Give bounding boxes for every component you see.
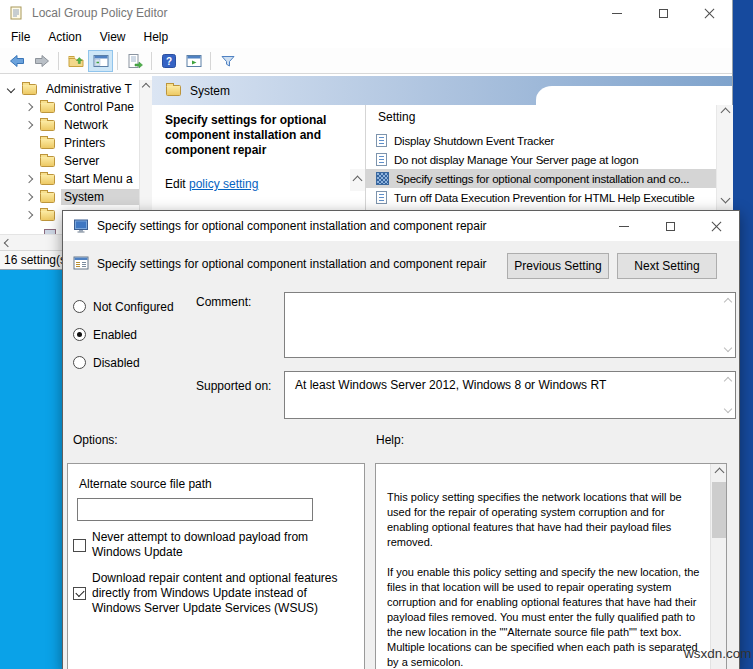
chevron-right-icon[interactable]	[25, 121, 33, 129]
forward-button[interactable]	[29, 50, 54, 72]
folder-up-icon	[68, 53, 84, 69]
folder-icon	[22, 84, 37, 95]
radio-icon	[73, 356, 86, 369]
chevron-right-icon[interactable]	[25, 193, 33, 201]
help-button[interactable]: ?	[156, 50, 181, 72]
back-button[interactable]	[4, 50, 29, 72]
never-download-payload-option[interactable]: Never attempt to download payload from W…	[73, 530, 364, 560]
folder-icon	[40, 156, 55, 167]
tree-item-control-panel[interactable]: Control Pane	[0, 98, 139, 116]
back-icon	[9, 53, 25, 69]
tree-item-administrative-templates[interactable]: Administrative T	[0, 80, 139, 98]
tree-item-printers[interactable]: Printers	[0, 134, 139, 152]
tree-item-start-menu[interactable]: Start Menu a	[0, 170, 139, 188]
menu-bar: File Action View Help	[0, 26, 732, 48]
export-list-icon	[127, 53, 143, 69]
tree-item-label: Administrative T	[43, 81, 135, 97]
close-icon	[704, 8, 715, 19]
alternate-source-path-label: Alternate source file path	[79, 477, 364, 491]
setting-label: Specify settings for optional component …	[396, 173, 689, 185]
dialog-window-controls	[601, 211, 739, 241]
dialog-minimize-button[interactable]	[601, 211, 647, 241]
scroll-down-icon	[721, 194, 731, 204]
options-label: Options:	[73, 433, 118, 447]
maximize-icon	[659, 9, 668, 18]
help-text: This policy setting specifies the networ…	[387, 490, 703, 669]
menu-view[interactable]: View	[91, 28, 135, 46]
settings-rows: Display Shutdown Event Tracker Do not di…	[366, 131, 716, 207]
setting-row[interactable]: Do not display Manage Your Server page a…	[366, 150, 716, 169]
forward-icon	[34, 53, 50, 69]
filter-icon	[220, 53, 236, 69]
window-controls	[594, 0, 732, 26]
tree-item-system[interactable]: System	[0, 188, 139, 206]
scroll-up-icon	[714, 468, 724, 478]
supported-on-value[interactable]: At least Windows Server 2012, Windows 8 …	[284, 371, 736, 419]
properties-window-button[interactable]	[181, 50, 206, 72]
toolbar-separator	[151, 52, 152, 70]
scroll-up-icon	[724, 298, 732, 306]
previous-setting-button[interactable]: Previous Setting	[507, 253, 609, 279]
alternate-source-path-input[interactable]	[77, 498, 313, 521]
next-setting-button[interactable]: Next Setting	[617, 253, 717, 279]
setting-label: Turn off Data Execution Prevention for H…	[394, 192, 694, 204]
selected-setting-title: Specify settings for optional component …	[165, 113, 343, 158]
tree-item-label: Printers	[61, 135, 108, 151]
close-icon	[711, 221, 722, 232]
edit-policy-setting: Edit policy setting	[165, 177, 365, 191]
tree-item-network[interactable]: Network	[0, 116, 139, 134]
close-button[interactable]	[686, 0, 732, 26]
show-console-tree-button[interactable]	[88, 50, 113, 72]
maximize-icon	[666, 222, 675, 231]
download-from-windows-update-option[interactable]: Download repair content and optional fea…	[73, 571, 364, 616]
setting-row-selected[interactable]: Specify settings for optional component …	[366, 169, 716, 188]
folder-icon	[40, 138, 55, 149]
edit-prefix: Edit	[165, 177, 189, 191]
folder-icon	[40, 120, 55, 131]
scroll-up-icon	[353, 175, 363, 185]
checkbox-unchecked-icon	[73, 539, 86, 552]
tree-item-label: System	[61, 189, 139, 205]
comment-input[interactable]	[284, 292, 736, 358]
menu-help[interactable]: Help	[135, 28, 178, 46]
scroll-up-icon	[142, 83, 150, 91]
content-header-label: System	[190, 84, 230, 98]
window-list-icon	[73, 255, 89, 271]
radio-not-configured[interactable]: Not Configured	[73, 299, 174, 314]
chevron-right-icon[interactable]	[25, 175, 33, 183]
radio-disabled[interactable]: Disabled	[73, 355, 174, 370]
minimize-button[interactable]	[594, 0, 640, 26]
scrollbar-thumb[interactable]	[712, 482, 726, 538]
checkbox-label: Download repair content and optional fea…	[92, 571, 344, 616]
help-paragraph-1: This policy setting specifies the networ…	[387, 490, 703, 550]
help-scrollbar[interactable]	[710, 464, 726, 669]
policy-setting-link[interactable]: policy setting	[189, 177, 258, 191]
maximize-button[interactable]	[640, 0, 686, 26]
menu-action[interactable]: Action	[39, 28, 90, 46]
policy-setting-dialog: Specify settings for optional component …	[62, 210, 740, 669]
settings-column-header[interactable]: Setting	[378, 110, 415, 124]
dialog-title: Specify settings for optional component …	[97, 219, 487, 233]
scroll-down-icon	[724, 405, 732, 413]
dialog-close-button[interactable]	[693, 211, 739, 241]
menu-file[interactable]: File	[2, 28, 39, 46]
tree-item-server[interactable]: Server	[0, 152, 139, 170]
computer-monitor-icon	[73, 218, 89, 234]
description-scroll-up[interactable]	[350, 169, 365, 191]
chevron-right-icon[interactable]	[25, 211, 33, 219]
up-folder-button[interactable]	[63, 50, 88, 72]
desktop-background-left	[0, 270, 62, 669]
setting-row[interactable]: Turn off Data Execution Prevention for H…	[366, 188, 716, 207]
export-list-button[interactable]	[122, 50, 147, 72]
dialog-maximize-button[interactable]	[647, 211, 693, 241]
radio-label: Not Configured	[93, 300, 174, 314]
filter-button[interactable]	[215, 50, 240, 72]
radio-enabled[interactable]: Enabled	[73, 327, 174, 342]
radio-selected-icon	[73, 328, 86, 341]
folder-icon	[40, 210, 55, 221]
chevron-expanded-icon[interactable]	[7, 85, 15, 93]
state-radio-group: Not Configured Enabled Disabled	[73, 299, 174, 383]
chevron-right-icon[interactable]	[25, 103, 33, 111]
setting-row[interactable]: Display Shutdown Event Tracker	[366, 131, 716, 150]
help-paragraph-2: If you enable this policy setting and sp…	[387, 565, 703, 669]
